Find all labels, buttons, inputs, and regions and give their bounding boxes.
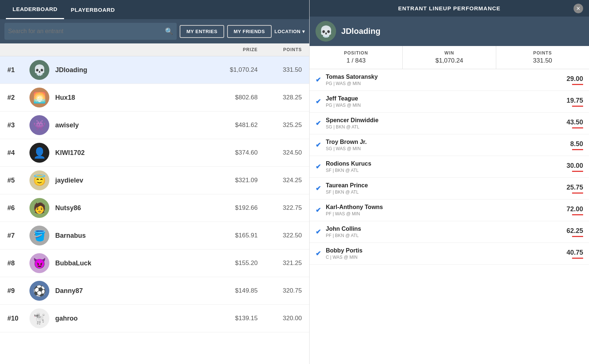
table-row[interactable]: #10 🐩 gahroo $139.15 320.00	[0, 305, 309, 332]
list-item[interactable]: ✔ Tomas Satoransky PG | WAS @ MIN 29.00	[310, 69, 589, 91]
points-label: POINTS	[499, 50, 586, 56]
user-info-bar: 💀 JDloading	[310, 17, 589, 46]
close-button[interactable]: ✕	[574, 4, 583, 13]
prize-cell: $165.91	[199, 232, 258, 239]
my-friends-button[interactable]: MY FRIENDS	[227, 25, 272, 38]
table-row[interactable]: #7 🪣 Barnabus $165.91 322.50	[0, 222, 309, 250]
avatar-cell: 🧑	[29, 198, 55, 218]
player-name: Bobby Portis	[326, 247, 561, 254]
check-icon: ✔	[315, 184, 326, 192]
name-cell: gahroo	[55, 315, 199, 322]
player-info: Bobby Portis C | WAS @ MIN	[326, 247, 561, 260]
player-name: Rodions Kurucs	[326, 160, 561, 167]
list-item[interactable]: ✔ Taurean Prince SF | BKN @ ATL 25.75	[310, 178, 589, 199]
avatar-cell: ⚽	[29, 281, 55, 301]
location-button[interactable]: LOCATION ▾	[275, 29, 305, 34]
col-prize-header: PRIZE	[199, 47, 258, 52]
avatar-cell: 🐩	[29, 308, 55, 328]
player-score: 40.75	[561, 249, 583, 257]
prize-cell: $155.20	[199, 259, 258, 267]
player-name: Karl-Anthony Towns	[326, 204, 561, 211]
player-score: 25.75	[561, 184, 583, 191]
table-row[interactable]: #6 🧑 Nutsy86 $192.66 322.75	[0, 194, 309, 222]
list-item[interactable]: ✔ John Collins PF | BKN @ ATL 62.25	[310, 221, 589, 243]
avatar: 👾	[29, 115, 49, 135]
player-score: 62.25	[561, 227, 583, 235]
lineup-header: ENTRANT LINEUP PERFORMANCE ✕	[310, 0, 589, 17]
player-score-wrap: 29.00	[561, 75, 583, 85]
player-score: 19.75	[561, 97, 583, 105]
avatar: 🌅	[29, 88, 49, 107]
player-score: 72.00	[561, 205, 583, 213]
rank-cell: #3	[7, 121, 29, 129]
name-cell: jaydielev	[55, 177, 199, 184]
rank-cell: #1	[7, 66, 29, 74]
tab-leaderboard[interactable]: LEADERBOARD	[6, 0, 64, 19]
player-meta: SF | BKN @ ATL	[326, 190, 561, 195]
search-input[interactable]	[8, 28, 165, 35]
list-item[interactable]: ✔ Jeff Teague PG | WAS @ MIN 19.75	[310, 91, 589, 113]
rank-cell: #5	[7, 177, 29, 184]
col-points-header: POINTS	[258, 47, 302, 52]
score-bar	[572, 236, 583, 237]
prize-cell: $481.62	[199, 121, 258, 129]
list-item[interactable]: ✔ Bobby Portis C | WAS @ MIN 40.75	[310, 243, 589, 265]
score-bar	[572, 192, 583, 194]
player-score-wrap: 40.75	[561, 249, 583, 259]
table-row[interactable]: #8 😈 BubbaLuck $155.20 321.25	[0, 250, 309, 277]
list-item[interactable]: ✔ Rodions Kurucs SF | BKN @ ATL 30.00	[310, 156, 589, 178]
prize-cell: $192.66	[199, 204, 258, 212]
check-icon: ✔	[315, 163, 326, 171]
avatar: 🪣	[29, 226, 49, 245]
avatar-cell: 🌅	[29, 88, 55, 107]
table-row[interactable]: #4 👤 KIWI1702 $374.60 324.50	[0, 139, 309, 167]
player-meta: PF | BKN @ ATL	[326, 233, 561, 238]
table-row[interactable]: #9 ⚽ Danny87 $149.85 320.75	[0, 277, 309, 305]
stat-points: POINTS 331.50	[496, 46, 589, 69]
table-row[interactable]: #5 😇 jaydielev $321.09 324.25	[0, 167, 309, 194]
column-headers: PRIZE POINTS	[0, 43, 309, 56]
position-value: 1 / 843	[313, 57, 399, 64]
player-score-wrap: 25.75	[561, 184, 583, 194]
table-row[interactable]: #2 🌅 Hux18 $802.68 328.25	[0, 84, 309, 112]
prize-cell: $802.68	[199, 94, 258, 101]
check-icon: ✔	[315, 76, 326, 84]
right-panel: ENTRANT LINEUP PERFORMANCE ✕ 💀 JDloading…	[309, 0, 589, 364]
player-info: Tomas Satoransky PG | WAS @ MIN	[326, 74, 561, 86]
score-bar	[572, 258, 583, 259]
rank-cell: #6	[7, 204, 29, 212]
player-info: Spencer Dinwiddie SG | BKN @ ATL	[326, 117, 561, 130]
name-cell: KIWI1702	[55, 149, 199, 157]
list-item[interactable]: ✔ Troy Brown Jr. SG | WAS @ MIN 8.50	[310, 134, 589, 156]
player-score: 29.00	[561, 75, 583, 83]
name-cell: Hux18	[55, 94, 199, 102]
player-info: Rodions Kurucs SF | BKN @ ATL	[326, 160, 561, 173]
search-icon-button[interactable]: 🔍	[165, 27, 173, 35]
table-row[interactable]: #3 👾 awisely $481.62 325.25	[0, 112, 309, 139]
avatar-cell: 👤	[29, 143, 55, 163]
player-info: Jeff Teague PG | WAS @ MIN	[326, 95, 561, 108]
avatar: 🐩	[29, 308, 49, 328]
user-avatar-large: 💀	[315, 21, 336, 42]
score-bar	[572, 214, 583, 215]
leaderboard-list: #1 💀 JDloading $1,070.24 331.50 #2 🌅 Hux…	[0, 56, 309, 364]
list-item[interactable]: ✔ Karl-Anthony Towns PF | WAS @ MIN 72.0…	[310, 199, 589, 221]
table-row[interactable]: #1 💀 JDloading $1,070.24 331.50	[0, 56, 309, 84]
score-bar	[572, 106, 583, 107]
win-value: $1,070.24	[406, 57, 493, 64]
tab-playerboard[interactable]: PLAYERBOARD	[64, 0, 121, 19]
player-name: Taurean Prince	[326, 182, 561, 189]
stat-position: POSITION 1 / 843	[310, 46, 403, 69]
check-icon: ✔	[315, 250, 326, 258]
prize-cell: $139.15	[199, 315, 258, 322]
player-info: Troy Brown Jr. SG | WAS @ MIN	[326, 139, 561, 151]
name-cell: Barnabus	[55, 232, 199, 240]
player-list: ✔ Tomas Satoransky PG | WAS @ MIN 29.00 …	[310, 69, 589, 364]
rank-cell: #10	[7, 315, 29, 322]
avatar: 🧑	[29, 198, 49, 218]
points-cell: 324.25	[258, 177, 302, 184]
check-icon: ✔	[315, 206, 326, 214]
player-meta: C | WAS @ MIN	[326, 255, 561, 260]
my-entries-button[interactable]: MY ENTRIES	[180, 25, 224, 38]
list-item[interactable]: ✔ Spencer Dinwiddie SG | BKN @ ATL 43.50	[310, 113, 589, 134]
